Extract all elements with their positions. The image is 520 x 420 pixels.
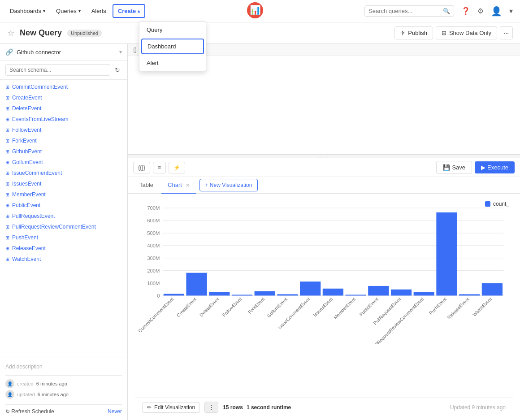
resize-handle[interactable]: — — (128, 155, 520, 158)
refresh-never-link[interactable]: Never (108, 408, 122, 415)
settings-icon[interactable]: ⚙ (476, 5, 485, 17)
chart-tab-close-icon[interactable]: ✕ (186, 182, 190, 188)
x-label-commitcommentevent: CommitCommentEvent (137, 296, 174, 333)
bar-memberevent[interactable] (345, 294, 366, 295)
schema-item-deleteevent[interactable]: ⊞DeleteEvent (0, 103, 127, 114)
schema-item-pullrequestreviewcommentevent[interactable]: ⊞PullRequestReviewCommentEvent (0, 221, 127, 232)
queries-chevron-icon: ▾ (78, 9, 81, 13)
execute-button[interactable]: ▶ Execute (475, 161, 515, 173)
save-button[interactable]: 💾 Save (436, 161, 472, 174)
dropdown-alert[interactable]: Alert (139, 55, 206, 71)
edit-visualization-button[interactable]: ✏ Edit Visualization (142, 402, 200, 413)
schema-item-memberevent[interactable]: ⊞MemberEvent (0, 189, 127, 200)
bar-pushevent[interactable] (436, 212, 457, 296)
bar-publicevent[interactable] (368, 286, 389, 295)
help-icon[interactable]: ❓ (459, 5, 472, 17)
schema-item-followevent[interactable]: ⊞FollowEvent (0, 125, 127, 135)
save-icon: 💾 (443, 164, 450, 171)
bar-pullrequestreviewcommentevent[interactable] (414, 292, 434, 296)
bar-deleteevent[interactable] (209, 292, 230, 296)
schema-item-label: EventsFromLiveStream (12, 116, 68, 122)
schema-item-commitcommentevent[interactable]: ⊞CommitCommentEvent (0, 82, 127, 92)
dropdown-dashboard[interactable]: Dashboard (141, 39, 204, 54)
schema-item-pullrequestevent[interactable]: ⊞PullRequestEvent (0, 211, 127, 221)
table-grid-icon: ⊞ (5, 181, 9, 187)
schema-item-label: WatchEvent (12, 256, 41, 262)
schema-item-publicevent[interactable]: ⊞PublicEvent (0, 200, 127, 211)
created-label: created (17, 381, 34, 386)
sidebar: 🔗 Github connector ▾ ↻ ⊞CommitCommentEve… (0, 44, 128, 420)
indent-button[interactable]: ≡ (153, 162, 166, 173)
schema-item-pushevent[interactable]: ⊞PushEvent (0, 232, 127, 243)
auto-complete-button[interactable]: ⚡ (169, 162, 185, 173)
table-grid-icon: ⊞ (5, 84, 9, 90)
runtime-info: 15 rows 1 second runtime (223, 404, 291, 411)
runtime-value: 1 second runtime (247, 404, 291, 411)
schema-refresh-icon[interactable]: ↻ (113, 65, 122, 75)
avatar: 👤 (5, 379, 14, 388)
svg-text:📊: 📊 (249, 4, 260, 15)
bottom-toolbar: {{}} ≡ ⚡ 💾 Save ▶ Execute (128, 158, 520, 177)
bar-forkevent[interactable] (255, 291, 275, 296)
table-grid-icon: ⊞ (5, 246, 9, 251)
avatar-icon[interactable]: 👤 (489, 4, 504, 18)
add-description[interactable]: Add description (5, 364, 122, 375)
bar-watchevent[interactable] (482, 283, 503, 295)
save-label: Save (452, 164, 465, 171)
schema-item-label: ReleaseEvent (12, 245, 46, 251)
refresh-icon: ↻ Refresh Schedule (5, 408, 54, 415)
nav-dashboards[interactable]: Dashboards ▾ (5, 5, 50, 17)
bar-followevent[interactable] (232, 294, 252, 295)
tab-table[interactable]: Table (133, 177, 160, 194)
schema-item-eventsfromlivestream[interactable]: ⊞EventsFromLiveStream (0, 114, 127, 125)
schema-item-label: ForkEvent (12, 138, 37, 144)
bar-commitcommentevent[interactable] (164, 294, 184, 295)
bar-gollumevent[interactable] (277, 294, 298, 295)
schema-item-issuecommentevent[interactable]: ⊞IssueCommentEvent (0, 168, 127, 178)
format-code-button[interactable]: {{}} (133, 162, 150, 173)
tab-chart[interactable]: Chart ✕ (161, 177, 195, 194)
table-grid-icon: ⊞ (5, 160, 9, 165)
schema-item-label: MemberEvent (12, 191, 46, 198)
schema-item-issuesevent[interactable]: ⊞IssuesEvent (0, 178, 127, 189)
bar-pullrequestevent[interactable] (391, 290, 412, 296)
search-input[interactable] (368, 8, 440, 14)
refresh-schedule-label: Refresh Schedule (11, 408, 54, 415)
schema-item-watchevent[interactable]: ⊞WatchEvent (0, 254, 127, 264)
schema-item-label: PublicEvent (12, 202, 40, 208)
create-dropdown-menu: Query Dashboard Alert (139, 22, 206, 71)
table-grid-icon: ⊞ (5, 117, 9, 122)
bar-releaseevent[interactable] (459, 294, 480, 295)
bar-createevent[interactable] (186, 273, 207, 296)
nav-queries[interactable]: Queries ▾ (52, 5, 85, 17)
status-more-button[interactable]: ⋮ (204, 402, 218, 413)
bar-issuecommentevent[interactable] (300, 281, 321, 295)
show-data-button[interactable]: ⊞ Show Data Only (436, 26, 497, 39)
bar-issuesevent[interactable] (323, 289, 343, 296)
chart-scroll-area[interactable]: 0100M200M300M400M500M600M700MCommitComme… (135, 201, 513, 398)
updated-value: 6 minutes ago (38, 392, 69, 397)
nav-create[interactable]: Create ▴ (113, 4, 145, 18)
connector-selector[interactable]: 🔗 Github connector ▾ (0, 44, 127, 61)
more-options-button[interactable]: ··· (500, 26, 513, 39)
new-visualization-button[interactable]: + New Visualization (199, 179, 258, 191)
dropdown-query[interactable]: Query (139, 22, 206, 38)
schema-item-createevent[interactable]: ⊞CreateEvent (0, 92, 127, 103)
nav-alerts[interactable]: Alerts (87, 5, 111, 17)
editor-area: {} by Type — — {{}} ≡ ⚡ 💾 Save ▶ Execute (128, 44, 520, 420)
more-nav-icon[interactable]: ▾ (507, 5, 515, 17)
schema-item-forkevent[interactable]: ⊞ForkEvent (0, 135, 127, 146)
sidebar-meta: 👤 created 6 minutes ago 👤 updated 6 minu… (5, 375, 122, 403)
edit-icon: ✏ (147, 404, 152, 411)
schema-search-input[interactable] (5, 64, 110, 76)
x-label-pushevent: PushEvent (428, 296, 447, 316)
schema-item-githubevent[interactable]: ⊞GithubEvent (0, 146, 127, 157)
x-label-deleteevent: DeleteEvent (199, 296, 220, 317)
schema-item-label: PushEvent (12, 234, 38, 241)
schema-item-gollumevent[interactable]: ⊞GollumEvent (0, 157, 127, 168)
publish-button[interactable]: ✈ Publish (394, 26, 433, 39)
refresh-schedule-row: ↻ Refresh Schedule Never (5, 404, 122, 415)
schema-item-releaseevent[interactable]: ⊞ReleaseEvent (0, 243, 127, 254)
table-grid-icon: ⊞ (5, 203, 9, 208)
star-icon[interactable]: ☆ (7, 28, 14, 38)
